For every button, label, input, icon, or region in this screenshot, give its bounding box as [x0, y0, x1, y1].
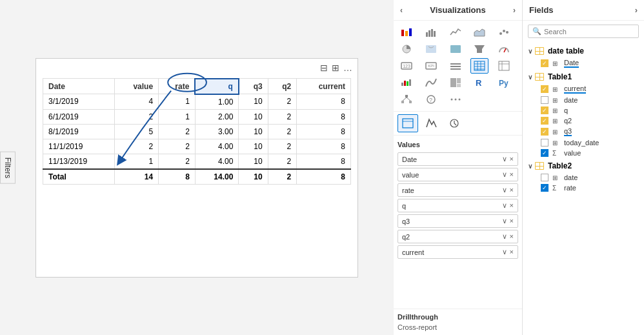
field-checkbox[interactable]: ✓	[541, 59, 548, 67]
build-fields-icon[interactable]	[397, 114, 418, 132]
field-item[interactable]: ✓ ⊞ q3	[523, 126, 644, 137]
fields-expand-icon[interactable]: ›	[635, 5, 638, 15]
value-sort-icon[interactable]: ∨	[502, 155, 507, 163]
build-analytics-icon[interactable]	[444, 114, 465, 132]
value-item[interactable]: rate ∨ ×	[397, 183, 518, 197]
viz-icon-card[interactable]: 123	[397, 58, 416, 74]
viz-expand-right[interactable]: ›	[513, 6, 516, 15]
value-item[interactable]: q ∨ ×	[397, 199, 518, 212]
more-options-icon[interactable]: …	[343, 63, 352, 73]
value-sort-icon[interactable]: ∨	[502, 186, 507, 194]
value-item-actions: ∨ ×	[502, 248, 514, 256]
value-item[interactable]: Date ∨ ×	[397, 152, 518, 166]
viz-icon-table[interactable]	[470, 58, 488, 74]
value-item[interactable]: q3 ∨ ×	[397, 214, 518, 228]
value-remove-icon[interactable]: ×	[510, 186, 514, 194]
field-item[interactable]: ⊞ date	[523, 172, 644, 183]
field-group-header[interactable]: ∨ Table1	[523, 70, 644, 83]
viz-icon-line-chart[interactable]	[447, 25, 465, 40]
field-item[interactable]: ✓ ⊞ q	[523, 105, 644, 116]
field-item[interactable]: ✓ ⊞ current	[523, 83, 644, 95]
table-cell: 2	[159, 154, 196, 169]
value-sort-icon[interactable]: ∨	[502, 217, 507, 225]
field-item[interactable]: ✓ Σ value	[523, 148, 644, 158]
field-item[interactable]: ✓ Σ rate	[523, 183, 644, 193]
group-collapse-arrow: ∨	[528, 74, 532, 81]
field-checkbox[interactable]: ✓	[541, 85, 548, 93]
field-name-label: current	[564, 85, 586, 94]
viz-icon-matrix[interactable]	[495, 58, 513, 74]
viz-icon-ribbon[interactable]	[422, 75, 440, 90]
field-checkbox[interactable]: ✓	[541, 149, 548, 157]
viz-icon-treemap[interactable]	[447, 75, 465, 90]
viz-icon-map[interactable]	[422, 41, 440, 57]
focus-icon[interactable]: ⊞	[332, 63, 339, 73]
value-sort-icon[interactable]: ∨	[502, 248, 507, 256]
value-remove-icon[interactable]: ×	[510, 217, 514, 225]
table-type-icon: ⊞	[552, 107, 561, 114]
field-name-label: date	[564, 174, 578, 181]
table-row: 3/1/2019411.001028	[43, 94, 351, 110]
value-item[interactable]: current ∨ ×	[397, 245, 518, 259]
value-sort-icon[interactable]: ∨	[502, 170, 507, 179]
value-remove-icon[interactable]: ×	[510, 248, 514, 256]
table-cell: 2	[114, 139, 158, 154]
viz-title: Visualizations	[430, 5, 485, 15]
table-cell: 2	[159, 124, 196, 139]
fields-list: ∨ date table ✓ ⊞ Date ∨ Table1 ✓ ⊞ curre…	[523, 42, 644, 335]
value-item-name: value	[402, 171, 419, 179]
fields-search-box[interactable]: 🔍	[528, 25, 639, 38]
viz-icon-pie[interactable]	[397, 41, 416, 57]
viz-collapse-left[interactable]: ‹	[400, 6, 403, 15]
field-checkbox[interactable]	[541, 96, 548, 104]
field-checkbox[interactable]: ✓	[541, 184, 548, 192]
viz-icon-kpi[interactable]: KPI	[422, 58, 440, 74]
viz-icon-scatter[interactable]	[495, 25, 513, 40]
field-checkbox[interactable]: ✓	[541, 128, 548, 136]
field-item[interactable]: ⊞ today_date	[523, 137, 644, 148]
table-cell: 8	[297, 124, 351, 139]
build-format-icon[interactable]	[421, 114, 441, 132]
value-sort-icon[interactable]: ∨	[502, 201, 507, 210]
field-group-header[interactable]: ∨ Table2	[523, 159, 644, 172]
filter-icon[interactable]: ⊟	[320, 63, 328, 73]
viz-icon-python[interactable]: Py	[495, 75, 513, 90]
svg-rect-43	[409, 101, 412, 103]
viz-icon-slicer[interactable]	[447, 58, 465, 74]
value-sort-icon[interactable]: ∨	[502, 232, 507, 241]
values-label: Values	[397, 139, 518, 150]
filters-tab[interactable]: Filters	[0, 151, 15, 184]
viz-icon-r[interactable]: R	[470, 75, 488, 90]
field-group: ∨ date table ✓ ⊞ Date	[523, 45, 644, 69]
viz-icons-grid: 123 KPI R	[394, 21, 522, 112]
value-remove-icon[interactable]: ×	[510, 155, 514, 163]
viz-icon-funnel[interactable]	[470, 41, 488, 57]
field-checkbox[interactable]	[541, 139, 548, 147]
viz-icon-more[interactable]	[447, 92, 465, 107]
viz-icon-gauge[interactable]	[495, 41, 513, 57]
field-checkbox[interactable]	[541, 174, 548, 181]
field-checkbox[interactable]: ✓	[541, 117, 548, 125]
value-remove-icon[interactable]: ×	[510, 170, 514, 179]
viz-icon-filled-map[interactable]	[447, 41, 465, 57]
field-group: ∨ Table2 ⊞ date ✓ Σ rate	[523, 159, 644, 193]
viz-icon-stacked-bar[interactable]	[397, 25, 416, 40]
table-cell: 4.00	[195, 139, 239, 154]
field-group-header[interactable]: ∨ date table	[523, 45, 644, 57]
field-item[interactable]: ✓ ⊞ q2	[523, 116, 644, 126]
viz-icon-area-chart[interactable]	[470, 25, 488, 40]
group-name-label: Table1	[548, 72, 572, 81]
viz-icon-decomp[interactable]	[397, 92, 416, 107]
field-item[interactable]: ✓ ⊞ Date	[523, 57, 644, 69]
search-input[interactable]	[544, 28, 634, 36]
value-item[interactable]: q2 ∨ ×	[397, 230, 518, 243]
value-remove-icon[interactable]: ×	[510, 232, 514, 241]
value-item[interactable]: value ∨ ×	[397, 168, 518, 181]
canvas-area: Filters ⊟ ⊞ … Date value rate q q3 q2 cu…	[0, 0, 394, 335]
viz-icon-bar-chart[interactable]	[422, 25, 440, 40]
value-remove-icon[interactable]: ×	[510, 201, 514, 210]
field-item[interactable]: ⊞ date	[523, 95, 644, 105]
field-checkbox[interactable]: ✓	[541, 107, 548, 114]
viz-icon-waterfall[interactable]	[397, 75, 416, 90]
viz-icon-qa[interactable]: ?	[422, 92, 440, 107]
